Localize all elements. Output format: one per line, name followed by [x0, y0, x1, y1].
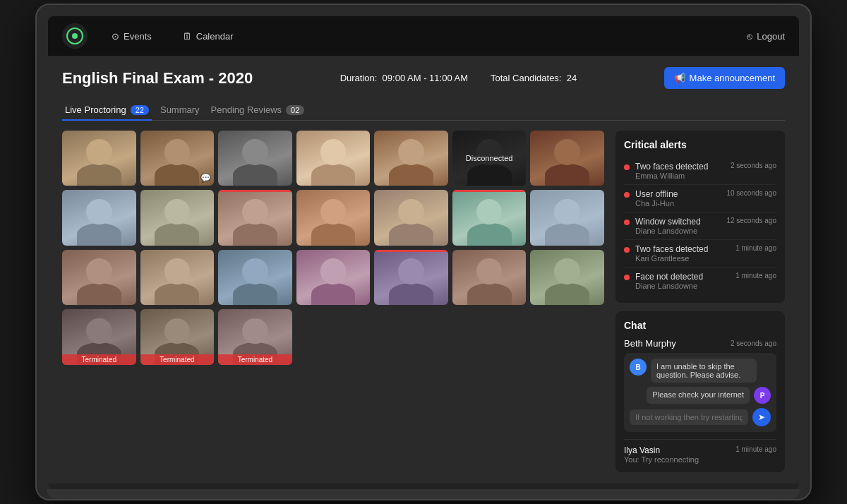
alert-name: Emma William	[635, 172, 725, 180]
chat-preview-name: Ilya Vasin	[624, 445, 699, 455]
critical-alerts-section: Critical alerts Two faces detected Emma …	[615, 131, 785, 303]
video-cell-24[interactable]: Terminated	[218, 309, 292, 364]
video-grid: 💬DisconnectedTerminatedTerminatedTermina…	[62, 131, 604, 365]
video-cell-16[interactable]	[140, 250, 215, 305]
video-cell-14[interactable]	[530, 190, 604, 245]
alert-name: Diane Lansdowne	[635, 282, 730, 290]
video-cell-3[interactable]	[218, 131, 292, 186]
tab-live-proctoring[interactable]: Live Proctoring 22	[62, 100, 152, 121]
logo	[62, 23, 88, 49]
announce-button[interactable]: 📢 Make announcement	[664, 67, 785, 89]
exam-title: English Final Exam - 2020	[62, 69, 253, 88]
alert-item-2[interactable]: User offline Cha Ji-Hun 10 seconds ago	[624, 185, 776, 212]
chat-bubble-left: B I am unable to skip the question. Plea…	[630, 359, 771, 383]
right-panel: Critical alerts Two faces detected Emma …	[615, 131, 785, 472]
exam-candidates: Total Candidates: 24	[491, 73, 577, 83]
chat-input[interactable]	[630, 409, 748, 425]
video-cell-12[interactable]	[374, 190, 448, 245]
terminated-label: Terminated	[140, 354, 215, 365]
terminated-label: Terminated	[218, 354, 292, 365]
chat-title: Chat	[624, 320, 776, 331]
chat-msg-1: I am unable to skip the question. Please…	[651, 359, 757, 383]
tab-pending-reviews[interactable]: Pending Reviews 02	[208, 100, 308, 121]
calendar-label: Calendar	[196, 31, 234, 42]
chat-bubble-right: P Please check your internet	[630, 387, 771, 404]
announce-icon: 📢	[674, 73, 685, 83]
chat-msg-2: Please check your internet	[647, 387, 750, 404]
alert-bar	[452, 190, 527, 192]
alert-item-3[interactable]: Window switched Diane Lansdowne 12 secon…	[624, 212, 776, 240]
video-cell-6[interactable]: Disconnected	[452, 131, 527, 186]
video-cell-15[interactable]	[62, 250, 136, 305]
nav-events[interactable]: ⊙ Events	[104, 27, 159, 46]
alert-time: 2 seconds ago	[731, 162, 776, 169]
video-cell-23[interactable]: Terminated	[140, 309, 215, 364]
alert-time: 12 seconds ago	[726, 217, 776, 224]
video-cell-10[interactable]	[218, 190, 292, 245]
alert-name: Diane Lansdowne	[635, 227, 721, 235]
video-cell-13[interactable]	[452, 190, 527, 245]
calendar-icon: 🗓	[183, 31, 192, 42]
nav-calendar[interactable]: 🗓 Calendar	[176, 27, 241, 46]
alert-item-1[interactable]: Two faces detected Emma William 2 second…	[624, 157, 776, 185]
announce-label: Make announcement	[690, 73, 775, 83]
alert-title: Two faces detected	[635, 162, 725, 172]
chat-preview-msg: You: Try reconnecting	[624, 455, 699, 464]
alert-time: 1 minute ago	[735, 244, 776, 252]
video-cell-22[interactable]: Terminated	[62, 309, 136, 364]
video-cell-2[interactable]: 💬	[140, 131, 215, 186]
video-cell-7[interactable]	[530, 131, 604, 186]
chat-avatar-b: B	[630, 359, 647, 376]
chat-time: 2 seconds ago	[731, 340, 776, 347]
exam-duration: Duration: 09:00 AM - 11:00 AM	[340, 73, 468, 83]
alert-name: Kari Grantleese	[635, 254, 730, 263]
chat-icon: 💬	[200, 173, 211, 183]
pending-reviews-badge: 02	[286, 105, 304, 115]
alert-time: 1 minute ago	[735, 272, 776, 280]
alert-bar	[374, 250, 448, 252]
alert-name: Cha Ji-Hun	[635, 199, 721, 208]
logout-icon: ⎋	[747, 31, 752, 42]
disconnected-overlay: Disconnected	[452, 131, 527, 186]
events-label: Events	[124, 31, 152, 42]
video-cell-1[interactable]	[62, 131, 136, 186]
send-icon: ➤	[758, 412, 765, 422]
alert-title: Window switched	[635, 217, 721, 227]
alerts-title: Critical alerts	[624, 139, 776, 150]
video-cell-20[interactable]	[452, 250, 527, 305]
logout-label: Logout	[757, 31, 785, 42]
tab-summary[interactable]: Summary	[157, 100, 203, 121]
chat-bubbles: B I am unable to skip the question. Plea…	[624, 353, 776, 432]
video-cell-17[interactable]	[218, 250, 292, 305]
alert-item-4[interactable]: Two faces detected Kari Grantleese 1 min…	[624, 240, 776, 268]
video-grid-area: 💬DisconnectedTerminatedTerminatedTermina…	[62, 131, 604, 472]
chat-user-name: Beth Murphy	[624, 338, 676, 349]
alert-time: 10 seconds ago	[726, 189, 776, 197]
logout-button[interactable]: ⎋ Logout	[747, 31, 785, 42]
video-cell-4[interactable]	[296, 131, 371, 186]
active-chat: Beth Murphy 2 seconds ago B I am unable …	[624, 338, 776, 432]
chat-preview-time: 1 minute ago	[735, 445, 776, 453]
alert-title: User offline	[635, 189, 721, 199]
alert-dot	[624, 192, 630, 198]
alert-dot	[624, 220, 630, 225]
alert-title: Two faces detected	[635, 244, 730, 254]
chat-section: Chat Beth Murphy 2 seconds ago B I am un…	[615, 311, 785, 472]
video-cell-9[interactable]	[140, 190, 215, 245]
alert-title: Face not detected	[635, 272, 730, 282]
chat-preview[interactable]: Ilya Vasin You: Try reconnecting 1 minut…	[624, 445, 776, 464]
chat-avatar-p: P	[754, 387, 771, 404]
chat-send-button[interactable]: ➤	[752, 408, 771, 426]
video-cell-5[interactable]	[374, 131, 448, 186]
tabs: Live Proctoring 22 Summary Pending Revie…	[62, 100, 785, 121]
video-cell-21[interactable]	[530, 250, 604, 305]
alert-item-5[interactable]: Face not detected Diane Lansdowne 1 minu…	[624, 268, 776, 294]
video-cell-8[interactable]	[62, 190, 136, 245]
events-icon: ⊙	[112, 31, 119, 42]
exam-header: English Final Exam - 2020 Duration: 09:0…	[62, 67, 785, 89]
video-cell-18[interactable]	[296, 250, 371, 305]
exam-meta: Duration: 09:00 AM - 11:00 AM Total Cand…	[340, 73, 577, 83]
alert-dot	[624, 247, 630, 253]
video-cell-11[interactable]	[296, 190, 371, 245]
video-cell-19[interactable]	[374, 250, 448, 305]
